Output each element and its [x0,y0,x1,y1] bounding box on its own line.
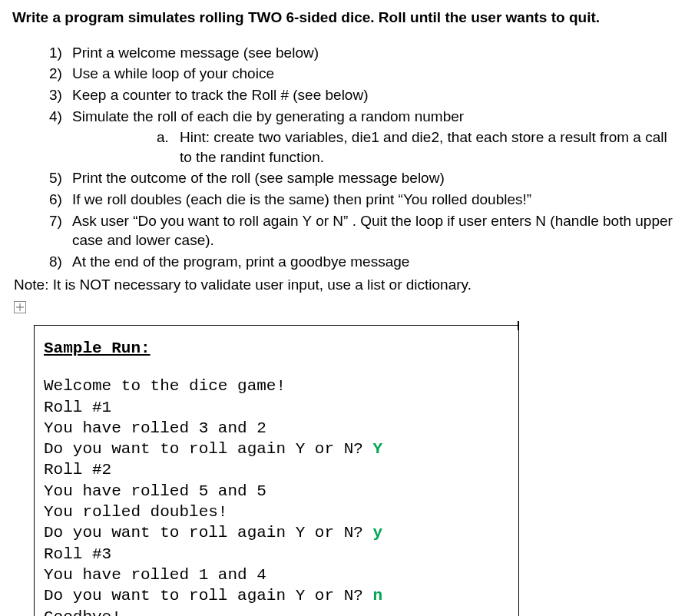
item-number: 1) [49,43,62,63]
item-text: Print a welcome message (see below) [72,45,319,61]
output-line: Welcome to the dice game! [44,376,509,396]
user-input: n [372,587,382,604]
item-number: 5) [49,168,62,188]
requirements-list: 1) Print a welcome message (see below) 2… [12,43,673,272]
list-item: 4) Simulate the roll of each die by gene… [49,107,673,167]
output-line: Roll #1 [44,397,509,418]
item-text: Ask user “Do you want to roll again Y or… [72,213,673,249]
sample-output: Welcome to the dice game! Roll #1 You ha… [44,376,509,616]
note-text: Note: It is NOT necessary to validate us… [14,275,673,295]
list-item: 2) Use a while loop of your choice [49,64,673,84]
list-item: 3) Keep a counter to track the Roll # (s… [49,85,673,105]
output-line: You rolled doubles! [44,502,509,522]
user-input: y [372,524,382,541]
item-number: 3) [49,85,62,105]
item-text: If we roll doubles (each die is the same… [72,191,531,207]
item-text: Simulate the roll of each die by generat… [72,108,464,124]
output-line: You have rolled 1 and 4 [44,565,509,585]
output-line: Roll #2 [44,459,509,480]
item-text: Print the outcome of the roll (see sampl… [72,170,445,186]
item-text: Keep a counter to track the Roll # (see … [72,87,368,103]
move-handle-icon[interactable] [14,301,26,313]
item-number: 6) [49,190,62,210]
output-line: Do you want to roll again Y or N? n [44,585,509,606]
list-item: 8) At the end of the program, print a go… [49,252,673,272]
sub-item-text: Hint: create two variables, die1 and die… [180,129,667,165]
item-number: 8) [49,252,62,272]
assignment-title: Write a program simulates rolling TWO 6-… [12,8,673,28]
sub-item-number: a. [157,128,169,147]
list-item: 7) Ask user “Do you want to roll again Y… [49,211,673,250]
item-text: At the end of the program, print a goodb… [72,253,409,270]
user-input: Y [372,440,382,458]
output-line: You have rolled 5 and 5 [44,481,509,502]
item-number: 7) [49,211,62,231]
output-line: Do you want to roll again Y or N? y [44,522,509,543]
output-line: Do you want to roll again Y or N? Y [44,439,509,459]
sub-list-item: a. Hint: create two variables, die1 and … [157,128,673,167]
sample-run-box: Sample Run: Welcome to the dice game! Ro… [34,325,519,616]
output-line: You have rolled 3 and 2 [44,418,509,439]
sample-run-header: Sample Run: [44,338,509,359]
item-number: 2) [49,64,62,84]
list-item: 1) Print a welcome message (see below) [49,43,673,63]
item-number: 4) [49,107,62,127]
output-line: Roll #3 [44,544,509,565]
output-line: Goodbye! [44,607,509,616]
item-text: Use a while loop of your choice [72,65,274,81]
sub-requirements-list: a. Hint: create two variables, die1 and … [72,128,673,167]
list-item: 6) If we roll doubles (each die is the s… [49,190,673,210]
list-item: 5) Print the outcome of the roll (see sa… [49,168,673,188]
